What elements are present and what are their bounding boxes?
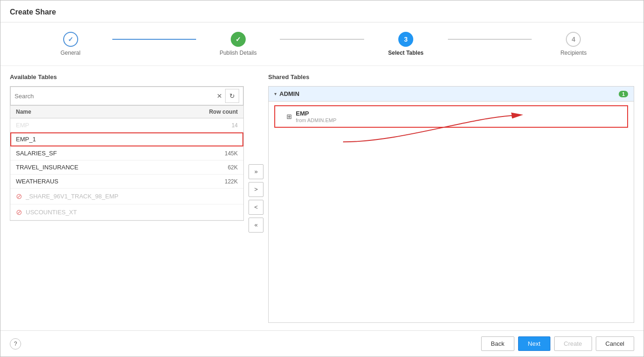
clear-search-button[interactable]: ✕ <box>216 91 223 101</box>
available-tables-panel: ✕ ↻ Name Row count EMP 14 <box>10 86 244 221</box>
row-count: 62K <box>228 164 238 171</box>
table-row[interactable]: EMP_1 <box>10 132 243 146</box>
table-row[interactable]: WEATHERAUS 122K <box>10 175 243 189</box>
step-publish: ✓ Publish Details <box>196 32 280 56</box>
no-entry-icon: ⊘ <box>16 192 22 201</box>
main-content: Available Tables ✕ ↻ Name Row count <box>0 66 644 330</box>
create-share-dialog: Create Share ✓ General ✓ Publish Details… <box>0 0 644 357</box>
footer: ? Back Next Create Cancel <box>0 330 644 357</box>
table-row[interactable]: TRAVEL_INSURANCE 62K <box>10 160 243 175</box>
table-header: Name Row count <box>10 105 243 118</box>
row-name: WEATHERAUS <box>16 178 59 185</box>
row-count: 122K <box>225 178 238 185</box>
search-bar: ✕ ↻ <box>10 87 243 105</box>
shared-item-name: EMP <box>296 110 337 117</box>
step-tables-label: Select Tables <box>388 50 424 56</box>
row-name: TRAVEL_INSURANCE <box>16 164 78 171</box>
available-tables-title: Available Tables <box>10 73 244 84</box>
row-name: USCOUNTIES_XT <box>26 209 77 216</box>
step-tables-circle: 3 <box>398 32 413 47</box>
help-button[interactable]: ? <box>10 338 21 350</box>
row-count: 145K <box>225 150 238 157</box>
step-publish-circle: ✓ <box>231 32 246 47</box>
unavailable-row: ⊘ _SHARE_96V1_TRACK_98_EMP <box>10 189 243 204</box>
available-table-rows: EMP 14 EMP_1 SALARIES_SF 145K <box>10 118 243 220</box>
step-general-circle: ✓ <box>63 32 78 47</box>
add-all-button[interactable]: » <box>249 164 263 179</box>
shared-item-source: from ADMIN.EMP <box>296 117 337 123</box>
remove-all-button[interactable]: « <box>249 218 263 233</box>
row-name: EMP_1 <box>16 136 36 143</box>
step-recipients: 4 Recipients <box>532 32 615 56</box>
step-line-3 <box>448 39 532 40</box>
row-name: SALARIES_SF <box>16 150 57 157</box>
refresh-button[interactable]: ↻ <box>225 89 239 103</box>
dialog-title: Create Share <box>0 0 644 22</box>
create-button[interactable]: Create <box>554 336 592 351</box>
step-line-2 <box>280 39 364 40</box>
step-recipients-circle: 4 <box>566 32 581 47</box>
row-name: _SHARE_96V1_TRACK_98_EMP <box>26 193 118 200</box>
col-rowcount-header: Row count <box>209 109 238 115</box>
transfer-buttons: » > < « <box>244 73 268 323</box>
step-line-1 <box>112 39 196 40</box>
search-input[interactable] <box>15 93 214 100</box>
footer-left: ? <box>10 338 21 350</box>
step-tables: 3 Select Tables <box>364 32 448 56</box>
schema-name: ADMIN <box>279 90 616 97</box>
next-button[interactable]: Next <box>518 336 550 351</box>
row-name: EMP <box>16 122 29 129</box>
add-button[interactable]: > <box>249 182 263 197</box>
table-row[interactable]: EMP 14 <box>10 118 243 132</box>
stepper: ✓ General ✓ Publish Details 3 Select Tab… <box>0 22 644 66</box>
shared-tables-title: Shared Tables <box>268 73 634 84</box>
remove-button[interactable]: < <box>249 200 263 215</box>
table-row[interactable]: SALARIES_SF 145K <box>10 146 243 160</box>
table-grid-icon: ⊞ <box>286 113 292 120</box>
row-count: 14 <box>232 122 238 129</box>
no-entry-icon: ⊘ <box>16 208 22 217</box>
schema-header: ▾ ADMIN 1 <box>269 87 634 102</box>
col-name-header: Name <box>16 109 31 115</box>
unavailable-row: ⊘ USCOUNTIES_XT <box>10 204 243 220</box>
shared-tables-panel: ▾ ADMIN 1 ⊞ EMP from ADMIN.EMP <box>268 86 634 323</box>
cancel-button[interactable]: Cancel <box>596 336 634 351</box>
step-publish-label: Publish Details <box>220 50 256 56</box>
collapse-icon[interactable]: ▾ <box>274 91 277 96</box>
step-recipients-label: Recipients <box>560 50 586 56</box>
step-general-label: General <box>60 50 80 56</box>
shared-table-item[interactable]: ⊞ EMP from ADMIN.EMP <box>274 105 628 128</box>
shared-count-badge: 1 <box>619 91 628 97</box>
step-general: ✓ General <box>29 32 112 56</box>
left-section: Available Tables ✕ ↻ Name Row count <box>10 73 244 323</box>
shared-item-info: EMP from ADMIN.EMP <box>296 110 337 123</box>
right-section: Shared Tables ▾ ADMIN 1 ⊞ EMP from ADMIN… <box>268 73 634 323</box>
footer-right: Back Next Create Cancel <box>481 336 634 351</box>
back-button[interactable]: Back <box>481 336 514 351</box>
